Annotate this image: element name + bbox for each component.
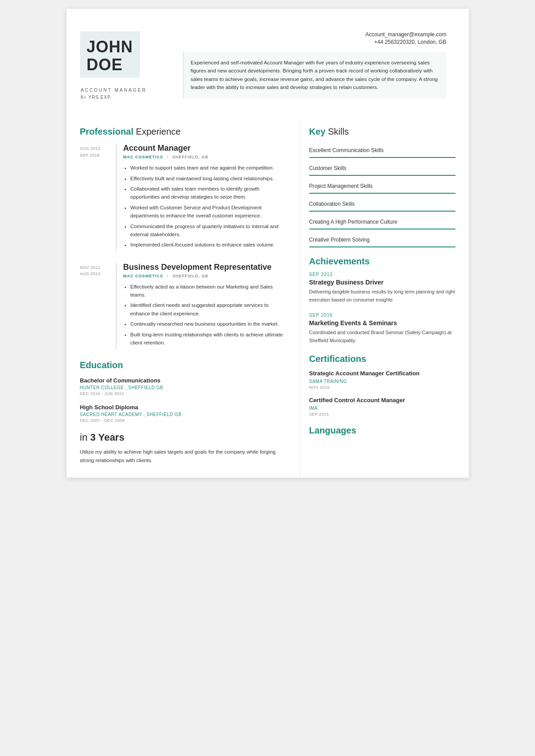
achievements-bold: Achievements [309,256,370,266]
job1-bullet-5: Communicated the progress of quarterly i… [131,222,286,239]
job2-date-start: NOV 2011 [80,264,116,271]
skill-2: Customer Skills [309,161,455,176]
edu2-degree: High School Diploma [80,404,286,411]
job1-bullet-4: Worked with Customer Service and Product… [131,204,286,220]
contact-info: Account_manager@example.com +44 25632203… [183,31,447,45]
languages-bold: Languages [309,425,357,435]
skills-list: Excellent Communication Skills Customer … [309,144,455,247]
first-name: JOHN [87,38,133,56]
cert1-issuer: SAMA TRAINING [309,379,455,384]
skill-6: Creative Problem Solving [309,233,455,247]
achievement2-date: SEP 2016 [309,313,455,318]
skills-light: Skills [325,127,349,136]
skill-3: Project Management Skills [309,179,455,194]
job1-divider: / [167,155,169,159]
goal-in-word: in [80,432,88,443]
edu1-degree: Bachelor of Communications [80,377,286,384]
resume-container: JOHN DOE ACCOUNT MANAGER 8+ YRS EXP. Acc… [67,9,469,478]
edu-item-1: Bachelor of Communications HUNTER COLLEG… [80,377,286,396]
professional-light: Experience [134,127,181,136]
job2-date-end: AUG 2013 [80,271,116,277]
job2-content: Business Development Representative MAC … [116,263,286,349]
job2-divider: / [167,274,169,278]
job2-bullet-4: Built long-term trusting relationships w… [131,331,286,347]
job2-title: Business Development Representative [123,263,286,272]
education-bold: Education [80,360,123,370]
header-right: Account_manager@example.com +44 25632203… [169,22,451,98]
left-column: Professional Experience AUG 2013 SEP 201… [67,118,300,478]
achievement-1: SEP 2013 Strategy Business Driver Delive… [309,272,455,304]
cert1-date: NOV 2016 [309,385,455,390]
job-item-1: AUG 2013 SEP 2018 Account Manager MAC CO… [80,144,286,251]
job2-company-name: MAC COSMETICS [123,274,164,278]
job2-bullet-2: Identified client needs and suggested ap… [131,301,286,318]
goal-years-word: 3 Years [88,432,125,443]
job2-bullet-1: Effectively acted as a liaison between o… [131,283,286,299]
professional-section-title: Professional Experience [80,127,286,137]
achievement1-date: SEP 2013 [309,272,455,277]
job1-date-start: AUG 2013 [80,145,116,152]
edu2-school: SACRED HEART ACADEMY , SHEFFIELD GB [80,412,286,417]
edu1-date: DEC 2010 - JUN 2012 [80,391,286,396]
last-name: DOE [87,56,133,74]
job2-bullet-3: Continually researched new business oppo… [131,320,286,328]
header-section: JOHN DOE ACCOUNT MANAGER 8+ YRS EXP. Acc… [67,9,469,118]
skill-1: Excellent Communication Skills [309,144,455,158]
experience-years: 8+ YRS EXP. [80,95,160,100]
goal-text: Utilize my ability to achieve high sales… [80,448,286,464]
cert-2: Certified Control Account Manager IMA SE… [309,396,455,416]
languages-section-title: Languages [309,425,455,436]
achievement2-desc: Coordinated and conducted Brand Seminar … [309,329,455,344]
edu2-date: DEC 2007 - DEC 2009 [80,418,286,423]
education-section: Bachelor of Communications HUNTER COLLEG… [80,377,286,423]
job1-date-end: SEP 2018 [80,152,116,158]
job1-bullet-3: Collaborated with sales team members to … [131,185,286,201]
cert2-issuer: IMA [309,406,455,411]
certifications-bold: Certifications [309,354,366,364]
job2-location: SHEFFIELD, GB [173,274,209,278]
job1-company-name: MAC COSMETICS [123,155,164,159]
achievement1-desc: Delivering tangible business results by … [309,288,455,304]
job1-bullet-2: Effectively built and maintained long-la… [131,174,286,183]
job1-title: Account Manager [123,144,286,153]
cert-1: Strategic Account Manager Certification … [309,370,455,390]
achievement-2: SEP 2016 Marketing Events & Seminars Coo… [309,313,455,344]
job-title: ACCOUNT MANAGER [80,88,160,93]
cert2-date: SEP 2015 [309,412,455,416]
skills-bold: Key [309,127,326,136]
phone-location: +44 2563220320, London, GB [183,39,447,45]
job1-company: MAC COSMETICS / SHEFFIELD, GB [123,155,286,159]
certifications-section-title: Certifications [309,354,455,364]
job1-date: AUG 2013 SEP 2018 [80,144,116,251]
edu-item-2: High School Diploma SACRED HEART ACADEMY… [80,404,286,423]
name-box: JOHN DOE [80,31,140,78]
skill-5: Creating A High Performance Culture [309,215,455,229]
goal-section: in 3 Years Utilize my ability to achieve… [80,432,286,464]
job2-bullets: Effectively acted as a liaison between o… [123,283,286,347]
job1-bullet-1: Worked to support sales team and rise ag… [131,164,286,172]
goal-heading: in 3 Years [80,432,286,443]
email: Account_manager@example.com [183,31,447,38]
skill-4: Collaboration Skills [309,197,455,212]
achievement2-title: Marketing Events & Seminars [309,319,455,327]
achievement1-title: Strategy Business Driver [309,279,455,286]
edu1-school: HUNTER COLLEGE , SHEFFIELD GB [80,385,286,390]
main-content: Professional Experience AUG 2013 SEP 201… [67,118,469,478]
cert2-name: Certified Control Account Manager [309,396,455,404]
header-left: JOHN DOE ACCOUNT MANAGER 8+ YRS EXP. [67,22,169,109]
job2-date: NOV 2011 AUG 2013 [80,263,116,349]
job2-company: MAC COSMETICS / SHEFFIELD, GB [123,274,286,278]
job1-location: SHEFFIELD, GB [173,155,209,159]
cert1-name: Strategic Account Manager Certification [309,370,455,378]
job1-bullet-6: Implemented client-focused solutions to … [131,241,286,249]
job1-content: Account Manager MAC COSMETICS / SHEFFIEL… [116,144,286,251]
education-section-title: Education [80,360,286,370]
summary-text: Experienced and self-motivated Account M… [183,52,447,98]
achievements-section-title: Achievements [309,256,455,267]
job1-bullets: Worked to support sales team and rise ag… [123,164,286,249]
professional-bold: Professional [80,127,134,136]
job-item-2: NOV 2011 AUG 2013 Business Development R… [80,263,286,349]
right-column: Key Skills Excellent Communication Skill… [300,118,469,478]
skills-section-title: Key Skills [309,127,455,137]
